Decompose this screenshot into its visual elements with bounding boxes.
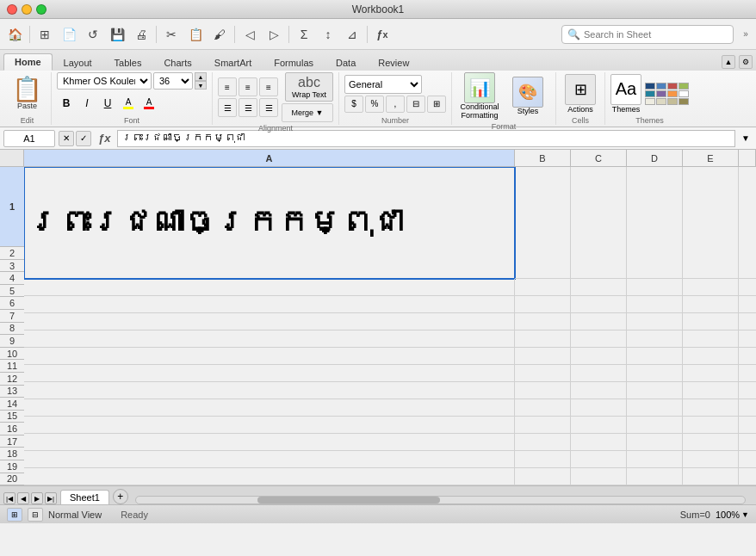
cell-c7[interactable]: [571, 365, 627, 382]
cell-e11[interactable]: [683, 434, 739, 451]
cell-b5[interactable]: [515, 331, 571, 348]
cell-e1[interactable]: [683, 167, 739, 279]
cell-e10[interactable]: [683, 417, 739, 434]
cell-e8[interactable]: [683, 382, 739, 399]
horizontal-scrollbar[interactable]: [135, 496, 746, 504]
accept-formula-button[interactable]: ✓: [76, 131, 91, 146]
row-header-19[interactable]: 19: [0, 460, 24, 473]
row-header-16[interactable]: 16: [0, 423, 24, 436]
decrease-decimal-button[interactable]: ⊟: [406, 96, 425, 113]
zoom-dropdown[interactable]: 100% ▼: [716, 510, 749, 520]
cell-c4[interactable]: [571, 313, 627, 331]
number-format-select[interactable]: General: [344, 75, 422, 94]
cell-b3[interactable]: [515, 296, 571, 313]
col-header-D[interactable]: D: [627, 150, 683, 167]
cell-c1[interactable]: [571, 167, 627, 279]
decrease-font-button[interactable]: ▼: [195, 81, 207, 90]
cell-d7[interactable]: [627, 365, 683, 382]
row-header-3[interactable]: 3: [0, 260, 24, 273]
comma-button[interactable]: ,: [386, 96, 405, 113]
wrap-text-button[interactable]: abc Wrap Text: [285, 72, 333, 102]
undo2-icon[interactable]: ◁: [239, 23, 261, 46]
align-left-button[interactable]: ☰: [218, 98, 237, 117]
cell-e4[interactable]: [683, 313, 739, 331]
cell-d13[interactable]: [627, 468, 683, 485]
font-size-select[interactable]: 36: [153, 72, 193, 90]
themes-button[interactable]: Aa Themes: [610, 74, 641, 114]
cell-a7[interactable]: [24, 365, 515, 382]
tab-charts[interactable]: Charts: [152, 54, 202, 71]
cell-b8[interactable]: [515, 382, 571, 399]
cell-b7[interactable]: [515, 365, 571, 382]
tab-tables[interactable]: Tables: [103, 54, 153, 71]
row-header-9[interactable]: 9: [0, 335, 24, 348]
undo-icon[interactable]: ↺: [82, 23, 104, 46]
cell-b11[interactable]: [515, 434, 571, 451]
row-header-5[interactable]: 5: [0, 285, 24, 298]
percent-button[interactable]: %: [365, 96, 384, 113]
highlight-color-button[interactable]: A: [119, 94, 138, 113]
save-icon[interactable]: 💾: [106, 23, 128, 46]
cell-c13[interactable]: [571, 468, 627, 485]
window-controls[interactable]: [7, 4, 46, 15]
row-header-12[interactable]: 12: [0, 373, 24, 386]
align-right-top-button[interactable]: ≡: [259, 77, 278, 96]
font-name-select[interactable]: Khmer OS Koulen: [57, 72, 152, 90]
font-color-button[interactable]: A: [139, 94, 158, 113]
cell-b12[interactable]: [515, 451, 571, 468]
normal-view-button[interactable]: ⊞: [7, 508, 22, 522]
row-header-14[interactable]: 14: [0, 398, 24, 411]
conditional-formatting-button[interactable]: 📊 Conditional Formatting: [457, 72, 502, 120]
align-center-top-button[interactable]: ≡: [239, 77, 257, 96]
tab-home[interactable]: Home: [3, 53, 53, 71]
sheet-tab-1[interactable]: Sheet1: [60, 490, 109, 504]
cell-a2[interactable]: [24, 279, 515, 296]
cell-c11[interactable]: [571, 434, 627, 451]
cell-e2[interactable]: [683, 279, 739, 296]
cell-a6[interactable]: [24, 348, 515, 365]
cell-d5[interactable]: [627, 331, 683, 348]
align-left-top-button[interactable]: ≡: [218, 77, 237, 96]
row-header-4[interactable]: 4: [0, 272, 24, 285]
styles-button[interactable]: 🎨 Styles: [505, 77, 550, 116]
home-icon[interactable]: 🏠: [3, 23, 26, 46]
underline-button[interactable]: U: [98, 94, 117, 113]
redo-icon[interactable]: ▷: [263, 23, 285, 46]
cell-b2[interactable]: [515, 279, 571, 296]
scrollbar-thumb[interactable]: [257, 497, 440, 503]
expand-button[interactable]: »: [739, 25, 753, 44]
align-right-button[interactable]: ☰: [259, 98, 278, 117]
col-header-E[interactable]: E: [683, 150, 739, 167]
next-sheet-button[interactable]: ▶: [31, 492, 43, 504]
cell-d11[interactable]: [627, 434, 683, 451]
row-header-6[interactable]: 6: [0, 297, 24, 310]
copy-icon[interactable]: 📋: [184, 23, 207, 46]
cell-a10[interactable]: [24, 417, 515, 434]
cell-e7[interactable]: [683, 365, 739, 382]
filter-icon[interactable]: ⊿: [341, 23, 363, 46]
cell-b9[interactable]: [515, 399, 571, 417]
last-sheet-button[interactable]: ▶|: [45, 492, 57, 504]
cell-c5[interactable]: [571, 331, 627, 348]
cell-d6[interactable]: [627, 348, 683, 365]
cell-b6[interactable]: [515, 348, 571, 365]
cell-c10[interactable]: [571, 417, 627, 434]
format-painter-icon[interactable]: 🖌: [208, 23, 231, 46]
cell-a1[interactable]: ព្រះរជណាចក្រកម្ពុជា: [24, 167, 515, 279]
row-header-13[interactable]: 13: [0, 386, 24, 398]
maximize-button[interactable]: [36, 4, 46, 15]
cell-a9[interactable]: [24, 399, 515, 417]
minimize-button[interactable]: [22, 4, 32, 15]
cell-b4[interactable]: [515, 313, 571, 331]
cell-c3[interactable]: [571, 296, 627, 313]
cell-a12[interactable]: [24, 451, 515, 468]
cell-c6[interactable]: [571, 348, 627, 365]
cell-a11[interactable]: [24, 434, 515, 451]
tab-layout[interactable]: Layout: [53, 54, 103, 71]
ribbon-collapse-button[interactable]: ▲: [722, 55, 735, 69]
col-header-A[interactable]: A: [24, 150, 515, 167]
cell-a3[interactable]: [24, 296, 515, 313]
align-center-button[interactable]: ☰: [239, 98, 257, 117]
cell-a8[interactable]: [24, 382, 515, 399]
cell-c9[interactable]: [571, 399, 627, 417]
